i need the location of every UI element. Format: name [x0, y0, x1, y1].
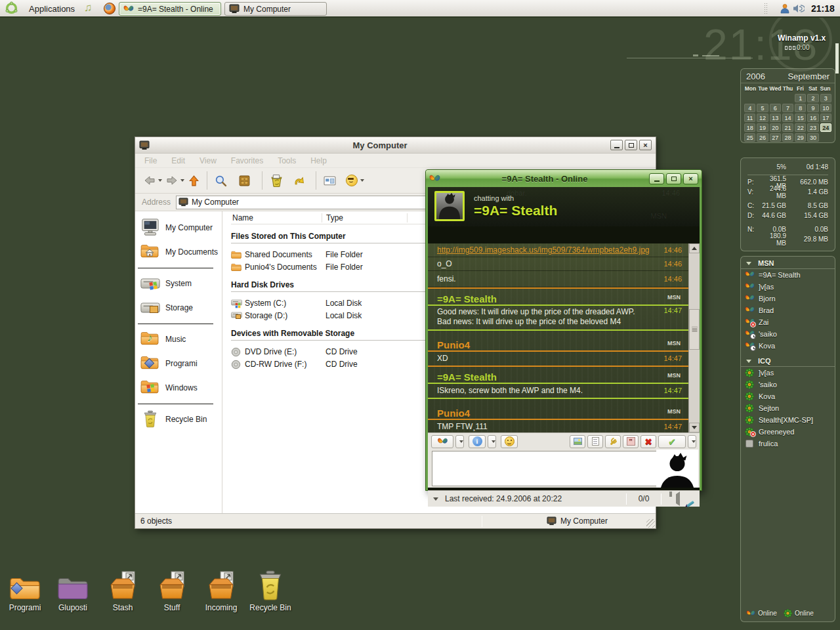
amsn-menu-dropdown[interactable]: [455, 435, 464, 448]
back-button[interactable]: [144, 175, 162, 186]
minimize-button[interactable]: [610, 140, 623, 150]
desktop-icon-gluposti[interactable]: Gluposti: [51, 568, 94, 612]
send-image-button[interactable]: [570, 435, 585, 448]
music-player-icon[interactable]: ♫: [84, 1, 93, 14]
group-header-msn[interactable]: MSN: [741, 257, 835, 269]
scrollbar[interactable]: [688, 243, 700, 432]
winamp-volume-bar[interactable]: [835, 43, 839, 74]
calendar-day[interactable]: 8: [795, 104, 806, 112]
sidebar-item-recycle-bin[interactable]: Recycle Bin: [135, 410, 222, 429]
contact-row[interactable]: × ]v[as: [741, 281, 835, 293]
search-button[interactable]: [215, 175, 227, 187]
menu-view[interactable]: View: [200, 156, 217, 165]
calendar-day[interactable]: 23: [807, 123, 818, 132]
menu-edit[interactable]: Edit: [171, 156, 185, 165]
contact-row[interactable]: × frulica: [741, 438, 835, 450]
sidebar-item-programi[interactable]: Programi: [135, 354, 222, 373]
maximize-button[interactable]: [666, 173, 681, 184]
contact-row[interactable]: × =9A= Stealth: [741, 269, 835, 281]
settings-wrench-button[interactable]: [605, 435, 621, 448]
contact-row[interactable]: × ]v[as: [741, 367, 835, 379]
calendar-day[interactable]: 4: [744, 104, 755, 112]
close-button[interactable]: ×: [683, 173, 698, 184]
maximize-button[interactable]: [625, 140, 637, 150]
folders-button[interactable]: [238, 175, 251, 187]
forward-dropdown[interactable]: [180, 179, 184, 182]
message-log-button[interactable]: [587, 435, 603, 448]
send-dropdown[interactable]: [688, 435, 696, 448]
desktop-icon-stash[interactable]: Stash: [101, 568, 144, 612]
contact-row[interactable]: × Kova: [741, 340, 835, 352]
calendar-day[interactable]: 12: [757, 114, 768, 122]
desktop-icon-stuff[interactable]: Stuff: [150, 568, 194, 612]
contact-row[interactable]: × Zai: [741, 316, 835, 328]
chat-input[interactable]: [432, 451, 659, 486]
calendar-day[interactable]: 6: [770, 104, 781, 112]
expand-chevron-icon[interactable]: [433, 497, 438, 501]
sidebar-item-storage[interactable]: Storage: [135, 298, 222, 318]
forward-button[interactable]: [166, 175, 184, 186]
contact-row[interactable]: × Brad: [741, 304, 835, 316]
up-button[interactable]: [188, 175, 200, 187]
my-avatar[interactable]: [656, 450, 698, 488]
calendar-day[interactable]: 14: [782, 114, 793, 122]
calendar-day[interactable]: 15: [795, 114, 806, 122]
calendar-day[interactable]: 21: [782, 123, 793, 132]
contact-avatar[interactable]: [434, 191, 465, 221]
calendar-day[interactable]: 19: [757, 123, 768, 132]
calendar-day[interactable]: 3: [820, 94, 831, 102]
views-button[interactable]: [324, 175, 336, 186]
calendar-day[interactable]: 30: [807, 133, 818, 142]
calendar-day[interactable]: 11: [744, 114, 755, 122]
calendar-day[interactable]: 26: [757, 133, 768, 142]
contact-row[interactable]: × Stealth[XMC-SP]: [741, 414, 835, 426]
tray-drag-handle[interactable]: [764, 3, 768, 15]
smiley-button[interactable]: [501, 435, 518, 448]
calendar-day[interactable]: 27: [770, 133, 781, 142]
calendar-day[interactable]: 29: [795, 133, 806, 142]
firefox-icon[interactable]: [104, 3, 116, 14]
calendar-day[interactable]: 17: [820, 114, 831, 122]
amsn-menu-button[interactable]: [431, 435, 453, 448]
menu-favorites[interactable]: Favorites: [231, 156, 263, 165]
calendar-day[interactable]: 25: [744, 133, 755, 142]
back-dropdown[interactable]: [158, 179, 162, 182]
menu-tools[interactable]: Tools: [278, 156, 296, 165]
block-button[interactable]: ✖: [640, 435, 656, 448]
calendar-day[interactable]: 22: [795, 123, 806, 132]
delete-button[interactable]: [270, 175, 284, 187]
calendar-day[interactable]: 7: [782, 104, 793, 112]
contact-row[interactable]: × Kova: [741, 390, 835, 402]
emotion-dropdown[interactable]: [360, 179, 364, 182]
group-header-icq[interactable]: ICQ: [741, 354, 835, 367]
calendar-day[interactable]: 24: [820, 123, 831, 132]
scroll-down-button[interactable]: [689, 423, 700, 432]
taskbar-button-chat[interactable]: =9A= Stealth - Online: [119, 2, 221, 16]
sidebar-item-windows[interactable]: Windows: [135, 378, 222, 398]
calendar-day[interactable]: 9: [807, 104, 818, 112]
info-button[interactable]: i: [469, 435, 486, 448]
minimize-button[interactable]: [649, 173, 664, 184]
taskbar-button-explorer[interactable]: My Computer: [224, 2, 327, 16]
contact-row[interactable]: × Bjorn: [741, 293, 835, 304]
message-history[interactable]: http://img509.imageshack.us/img509/7364/…: [428, 243, 690, 432]
winamp-progress-line[interactable]: [627, 58, 753, 58]
calendar-day[interactable]: 20: [770, 123, 781, 132]
undo-button[interactable]: [293, 175, 306, 186]
contact-row[interactable]: × Greeneyed: [741, 426, 835, 438]
sound-toggle-icon[interactable]: [669, 494, 680, 503]
menu-file[interactable]: File: [144, 156, 157, 165]
close-button[interactable]: ×: [639, 140, 652, 150]
sidebar-item-music[interactable]: ♪ Music: [135, 329, 222, 349]
column-name[interactable]: Name: [231, 213, 322, 222]
calendar-day[interactable]: 2: [807, 94, 818, 102]
menu-help[interactable]: Help: [310, 156, 327, 165]
user-switch-icon[interactable]: [780, 3, 790, 16]
calendar-day[interactable]: 1: [795, 94, 806, 102]
desktop-icon-programi[interactable]: Programi: [3, 568, 47, 612]
distro-menu-icon[interactable]: [5, 1, 18, 18]
calendar-day[interactable]: 28: [782, 133, 793, 142]
quote-button[interactable]: ”: [623, 435, 639, 448]
volume-icon[interactable]: [793, 3, 805, 16]
sidebar-item-system[interactable]: System: [135, 274, 222, 293]
